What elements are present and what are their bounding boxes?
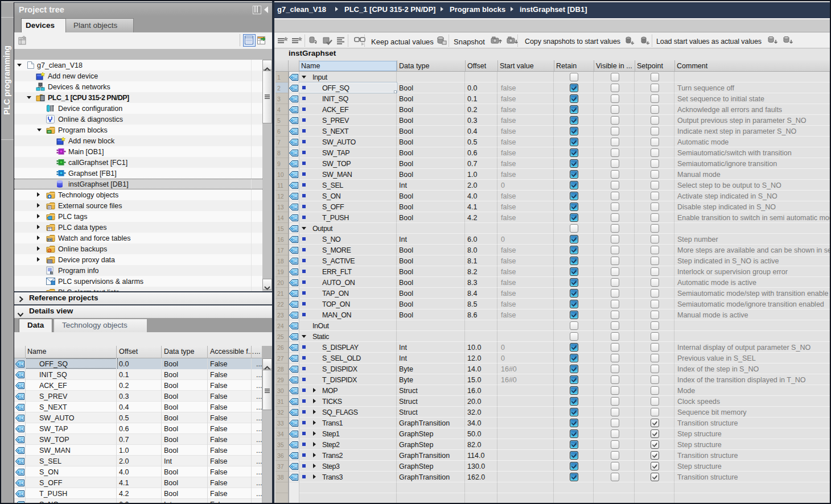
svg-text:10: 10	[51, 271, 54, 274]
